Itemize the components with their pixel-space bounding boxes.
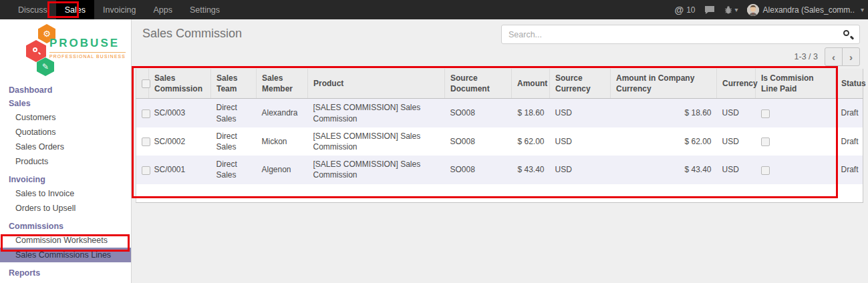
- mention-count: 10: [686, 5, 695, 15]
- top-navbar: Discuss Sales Invoicing Apps Settings @ …: [0, 0, 868, 19]
- user-avatar: [747, 4, 759, 16]
- logo-brand-text: PROBUSE: [49, 37, 126, 50]
- search-input[interactable]: [502, 30, 843, 39]
- menu-settings[interactable]: Settings: [181, 0, 229, 19]
- cell-sales-commission: SC/0003: [149, 99, 211, 127]
- cell-amount: $ 62.00: [512, 127, 550, 156]
- pager-previous-button[interactable]: ‹: [825, 47, 843, 66]
- debug-bug-icon[interactable]: ▾: [724, 5, 738, 15]
- col-product[interactable]: Product: [308, 69, 445, 99]
- company-logo: ⚙ ✎ PROBUSE PROFESSIONAL BUSINESS: [0, 19, 131, 77]
- select-all-cell: [136, 69, 149, 99]
- table-row[interactable]: SC/0003 Direct Sales Alexandra [SALES CO…: [136, 99, 863, 127]
- cell-product: [SALES COMMISSION] Sales Commission: [308, 156, 445, 184]
- table-header-row: Sales Commission Sales Team Sales Member…: [136, 69, 863, 99]
- cell-currency: USD: [717, 156, 756, 184]
- sidebar-item-reports-sales[interactable]: Sales: [0, 280, 131, 283]
- sidebar-menu: Dashboard Sales Customers Quotations Sal…: [0, 77, 131, 283]
- pager-range: 1-3 / 3: [794, 52, 818, 61]
- sidebar-item-customers[interactable]: Customers: [0, 110, 131, 125]
- table-filler-row: [136, 184, 863, 203]
- paid-checkbox[interactable]: [761, 109, 770, 118]
- row-checkbox[interactable]: [142, 166, 150, 175]
- col-source-document[interactable]: Source Document: [445, 69, 512, 99]
- pager-next-button[interactable]: ›: [842, 47, 860, 66]
- search-icon[interactable]: [843, 29, 853, 40]
- cell-paid: [756, 127, 836, 156]
- select-all-checkbox[interactable]: [142, 79, 150, 88]
- user-menu[interactable]: Alexandra (Sales_comm.. ▾: [747, 4, 864, 16]
- cell-sales-commission: SC/0001: [149, 156, 211, 184]
- cell-sales-member: Alexandra: [257, 99, 308, 127]
- col-paid[interactable]: Is Commision Line Paid: [756, 69, 836, 99]
- menu-invoicing[interactable]: Invoicing: [94, 0, 144, 19]
- col-sales-commission[interactable]: Sales Commission: [149, 69, 211, 99]
- user-caret-icon: ▾: [861, 6, 864, 13]
- menu-apps[interactable]: Apps: [144, 0, 181, 19]
- col-status[interactable]: Status: [836, 69, 863, 99]
- cell-status: Draft: [836, 99, 863, 127]
- commission-lines-table: Sales Commission Sales Team Sales Member…: [136, 69, 863, 203]
- col-amount-company[interactable]: Amount in Company Currency: [611, 69, 717, 99]
- sidebar-item-orders-to-upsell[interactable]: Orders to Upsell: [0, 201, 131, 216]
- sidebar-item-commission-worksheets[interactable]: Commission Worksheets: [0, 233, 131, 248]
- menu-discuss[interactable]: Discuss: [9, 0, 56, 19]
- col-sales-team[interactable]: Sales Team: [211, 69, 257, 99]
- cell-sales-commission: SC/0002: [149, 127, 211, 156]
- table-row[interactable]: SC/0002 Direct Sales Mickon [SALES COMMI…: [136, 127, 863, 156]
- paid-checkbox[interactable]: [761, 137, 770, 146]
- cell-amount: $ 18.60: [512, 99, 550, 127]
- cell-amount-company: $ 18.60: [611, 99, 717, 127]
- debug-caret-icon: ▾: [735, 6, 738, 13]
- cell-currency: USD: [717, 99, 756, 127]
- cell-sales-member: Mickon: [257, 127, 308, 156]
- systray: @ 10 ▾ Alexandra: [675, 0, 864, 19]
- cell-sales-member: Algenon: [257, 156, 308, 184]
- cell-amount-company: $ 62.00: [611, 127, 717, 156]
- cell-sales-team: Direct Sales: [211, 127, 257, 156]
- sidebar: ⚙ ✎ PROBUSE PROFESSIONAL BUSINESS Dashbo…: [0, 19, 132, 283]
- cell-source-document: SO008: [445, 127, 512, 156]
- col-currency[interactable]: Currency: [717, 69, 756, 99]
- row-checkbox[interactable]: [142, 137, 150, 146]
- sidebar-item-sales-to-invoice[interactable]: Sales to Invoice: [0, 186, 131, 201]
- cell-source-currency: USD: [550, 127, 611, 156]
- sidebar-item-products[interactable]: Products: [0, 154, 131, 169]
- row-checkbox[interactable]: [142, 109, 150, 118]
- cell-source-document: SO008: [445, 156, 512, 184]
- paid-checkbox[interactable]: [761, 166, 770, 175]
- cell-sales-team: Direct Sales: [211, 156, 257, 184]
- cell-source-document: SO008: [445, 99, 512, 127]
- sidebar-item-quotations[interactable]: Quotations: [0, 125, 131, 139]
- menu-sales[interactable]: Sales: [56, 0, 94, 19]
- sidebar-item-sales-orders[interactable]: Sales Orders: [0, 139, 131, 154]
- col-amount[interactable]: Amount: [512, 69, 550, 99]
- sidebar-item-reports[interactable]: Reports: [0, 266, 131, 280]
- cell-source-currency: USD: [550, 156, 611, 184]
- sidebar-item-dashboard[interactable]: Dashboard: [0, 83, 131, 97]
- cell-sales-team: Direct Sales: [211, 99, 257, 127]
- mentions-counter[interactable]: @ 10: [675, 5, 696, 15]
- sidebar-item-invoicing[interactable]: Invoicing: [0, 173, 131, 186]
- sidebar-item-sales-commissions-lines[interactable]: Sales Commissions Lines: [0, 248, 131, 262]
- cell-paid: [756, 99, 836, 127]
- messages-icon[interactable]: [704, 5, 715, 15]
- sidebar-item-commissions[interactable]: Commissions: [0, 220, 131, 233]
- cell-product: [SALES COMMISSION] Sales Commission: [308, 99, 445, 127]
- cell-source-currency: USD: [550, 99, 611, 127]
- pager: 1-3 / 3 ‹ ›: [794, 47, 860, 66]
- logo-tagline-text: PROFESSIONAL BUSINESS: [49, 52, 126, 59]
- sidebar-item-sales[interactable]: Sales: [0, 97, 131, 110]
- table-row[interactable]: SC/0001 Direct Sales Algenon [SALES COMM…: [136, 156, 863, 184]
- app-menu: Discuss Sales Invoicing Apps Settings: [0, 0, 229, 19]
- cell-status: Draft: [836, 156, 863, 184]
- user-name: Alexandra (Sales_comm..: [763, 5, 855, 15]
- cell-product: [SALES COMMISSION] Sales Commission: [308, 127, 445, 156]
- col-sales-member[interactable]: Sales Member: [257, 69, 308, 99]
- cell-currency: USD: [717, 127, 756, 156]
- cell-status: Draft: [836, 127, 863, 156]
- cell-paid: [756, 156, 836, 184]
- cell-amount: $ 43.40: [512, 156, 550, 184]
- cell-amount-company: $ 43.40: [611, 156, 717, 184]
- col-source-currency[interactable]: Source Currency: [550, 69, 611, 99]
